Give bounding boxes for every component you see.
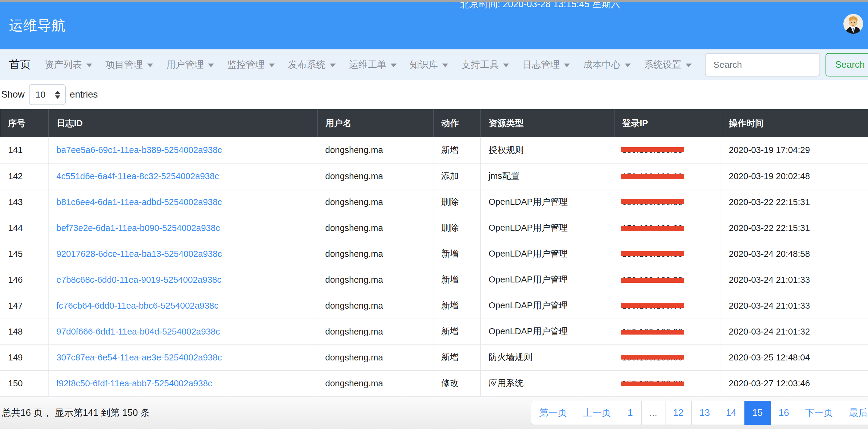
page-number-button[interactable]: 16 [771, 401, 797, 425]
main-nav: 首页 资产列表 项目管理 用户管理 监控管理 发布系统 运维工单 知识库 支持工… [0, 49, 868, 80]
page-prev-button[interactable]: 上一页 [575, 401, 619, 425]
page-next-button[interactable]: 下一页 [797, 401, 841, 425]
cell-time: 2020-03-22 22:15:31 [721, 215, 868, 241]
chevron-down-icon [208, 64, 214, 67]
audit-log-table: 序号 日志ID 用户名 动作 资源类型 登录IP 操作时间 141 ba7ee5… [0, 109, 868, 397]
avatar-man-icon [843, 14, 863, 34]
nav-item-projects[interactable]: 项目管理 [105, 58, 153, 71]
cell-seq: 142 [0, 163, 49, 189]
nav-item-knowledge-base[interactable]: 知识库 [410, 58, 448, 71]
col-header-log-id[interactable]: 日志ID [49, 109, 317, 137]
redacted-ip: 150.100.100.00 [622, 224, 683, 232]
chevron-down-icon [686, 64, 692, 67]
redacted-ip: 150.100.100.00 [622, 275, 683, 284]
redacted-ip: 150.100.100.00 [622, 301, 683, 310]
search-input[interactable] [705, 53, 820, 76]
chevron-down-icon [147, 64, 153, 67]
cell-seq: 149 [0, 344, 49, 370]
redaction-bar [621, 330, 684, 335]
table-row: 144 bef73e2e-6da1-11ea-b090-5254002a938c… [0, 215, 868, 241]
app-header: 运维导航 北京时间: 2020-03-28 13:15:45 星期六 [0, 2, 868, 49]
table-row: 141 ba7ee5a6-69c1-11ea-b389-5254002a938c… [0, 137, 868, 163]
redacted-ip: 150.100.100.00 [622, 379, 683, 388]
nav-item-users[interactable]: 用户管理 [166, 58, 214, 71]
page-first-button[interactable]: 第一页 [531, 401, 575, 425]
nav-item-cost-center[interactable]: 成本中心 [583, 58, 631, 71]
table-row: 145 92017628-6dce-11ea-ba13-5254002a938c… [0, 241, 868, 267]
entries-label: entries [70, 89, 98, 100]
col-header-time[interactable]: 操作时间 [721, 109, 868, 137]
nav-item-logs[interactable]: 日志管理 [522, 58, 570, 71]
chevron-down-icon [442, 64, 448, 67]
log-id-link[interactable]: 97d0f666-6dd1-11ea-b04d-5254002a938c [56, 327, 220, 336]
redacted-ip: 150.100.100.00 [622, 250, 683, 258]
redacted-ip: 150.100.100.00 [622, 353, 683, 362]
redaction-bar [621, 355, 684, 360]
table-row: 148 97d0f666-6dd1-11ea-b04d-5254002a938c… [0, 319, 868, 344]
log-id-link[interactable]: ba7ee5a6-69c1-11ea-b389-5254002a938c [56, 145, 222, 155]
redaction-bar [621, 251, 684, 256]
cell-seq: 144 [0, 215, 49, 241]
log-id-link[interactable]: b81c6ee4-6da1-11ea-adbd-5254002a938c [56, 197, 222, 207]
log-id-link[interactable]: e7b8c68c-6dd0-11ea-9019-5254002a938c [56, 275, 221, 285]
cell-time: 2020-03-24 20:48:58 [721, 241, 868, 267]
redaction-bar [621, 199, 684, 204]
cell-time: 2020-03-22 22:15:31 [721, 189, 868, 215]
cell-action: 修改 [433, 370, 481, 396]
cell-user: dongsheng.ma [317, 137, 433, 163]
col-header-action[interactable]: 动作 [433, 109, 481, 137]
cell-seq: 147 [0, 293, 49, 319]
nav-item-home[interactable]: 首页 [9, 57, 31, 72]
cell-resource: 应用系统 [481, 370, 614, 396]
app-title: 运维导航 [9, 16, 66, 35]
table-row: 147 fc76cb64-6dd0-11ea-bbc6-5254002a938c… [0, 293, 868, 319]
page-number-button[interactable]: 1 [619, 401, 642, 425]
page-number-button[interactable]: 14 [718, 401, 744, 425]
redaction-bar [621, 174, 684, 179]
log-id-link[interactable]: 92017628-6dce-11ea-ba13-5254002a938c [56, 249, 222, 259]
page-number-button[interactable]: 12 [665, 401, 692, 425]
nav-item-support-tools[interactable]: 支持工具 [461, 58, 509, 71]
redacted-ip: 150.100.100.00 [622, 198, 683, 206]
chevron-down-icon [269, 64, 275, 67]
log-id-link[interactable]: 307c87ea-6e54-11ea-ae3e-5254002a938c [56, 353, 222, 362]
cell-resource: OpenLDAP用户管理 [481, 293, 614, 319]
user-avatar[interactable] [843, 14, 863, 34]
cell-action: 新增 [433, 344, 481, 370]
cell-action: 新增 [433, 293, 481, 319]
col-header-user[interactable]: 用户名 [317, 109, 433, 137]
page-number-button[interactable]: 13 [692, 401, 718, 425]
select-arrows-icon [55, 91, 60, 99]
col-header-ip[interactable]: 登录IP [614, 109, 721, 137]
page-last-button[interactable]: 最后 [841, 401, 868, 425]
cell-action: 新增 [433, 267, 481, 293]
col-header-resource[interactable]: 资源类型 [481, 109, 614, 137]
log-id-link[interactable]: fc76cb64-6dd0-11ea-bbc6-5254002a938c [56, 301, 218, 310]
cell-resource: 防火墙规则 [481, 344, 614, 370]
redacted-ip: 150.100.100.00 [622, 327, 683, 336]
nav-item-monitoring[interactable]: 监控管理 [227, 58, 275, 71]
cell-resource: OpenLDAP用户管理 [481, 215, 614, 241]
nav-item-tickets[interactable]: 运维工单 [349, 58, 397, 71]
cell-action: 删除 [433, 189, 481, 215]
log-id-link[interactable]: f92f8c50-6fdf-11ea-abb7-5254002a938c [56, 378, 212, 388]
cell-time: 2020-03-19 17:04:29 [721, 137, 868, 163]
show-label: Show [1, 89, 25, 100]
page-number-button-active[interactable]: 15 [744, 401, 771, 425]
log-id-link[interactable]: bef73e2e-6da1-11ea-b090-5254002a938c [56, 223, 220, 233]
cell-time: 2020-03-19 20:02:48 [721, 163, 868, 189]
cell-resource: OpenLDAP用户管理 [481, 241, 614, 267]
cell-time: 2020-03-24 21:01:33 [721, 293, 868, 319]
page-size-select[interactable]: 10 [29, 84, 66, 105]
table-row: 149 307c87ea-6e54-11ea-ae3e-5254002a938c… [0, 344, 868, 370]
cell-user: dongsheng.ma [317, 215, 433, 241]
log-id-link[interactable]: 4c551d6e-6a4f-11ea-8c32-5254002a938c [56, 171, 219, 181]
cell-action: 新增 [433, 137, 481, 163]
nav-item-assets[interactable]: 资产列表 [44, 58, 92, 71]
nav-item-release[interactable]: 发布系统 [288, 58, 336, 71]
pagination: 第一页 上一页 1 ... 12 13 14 15 16 下一页 最后 [531, 401, 868, 425]
col-header-seq[interactable]: 序号 [0, 109, 49, 137]
search-button[interactable]: Search [826, 53, 868, 76]
cell-user: dongsheng.ma [317, 189, 433, 215]
nav-item-settings[interactable]: 系统设置 [644, 58, 692, 71]
